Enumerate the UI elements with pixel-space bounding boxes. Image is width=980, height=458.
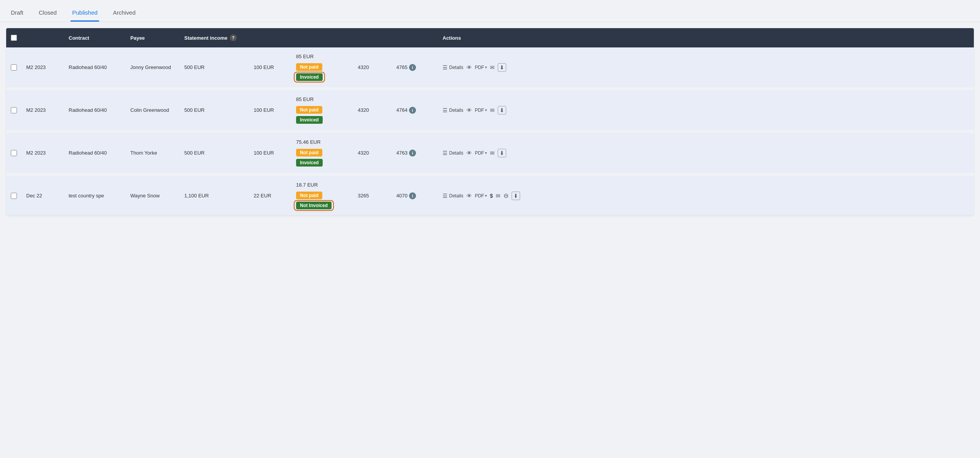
download-icon[interactable]: ⬇ [498, 63, 506, 72]
cell-gross-payee: 100 EUR [249, 144, 291, 162]
info-icon[interactable]: i [409, 64, 416, 71]
mail-icon[interactable]: ✉ [490, 107, 495, 113]
row-checkbox[interactable] [11, 107, 17, 113]
invoiced-badge: Invoiced [296, 73, 323, 81]
final-due-amount: 85 EUR [296, 54, 349, 59]
eye-icon[interactable]: 👁 [466, 150, 472, 156]
col-statement-id [392, 28, 438, 47]
download-icon[interactable]: ⬇ [498, 106, 506, 114]
details-button[interactable]: ☰ Details [443, 64, 463, 71]
table-row: M2 2023 Radiohead 60/40 Jonny Greenwood … [6, 47, 974, 90]
pdf-button[interactable]: PDF ▾ [475, 193, 487, 199]
invoiced-badge: Not Invoiced [296, 202, 332, 209]
cell-payee: Wayne Snow [126, 187, 180, 205]
cell-batch-id: 4320 [353, 101, 392, 119]
details-icon: ☰ [443, 107, 448, 113]
col-batch-id [353, 28, 392, 47]
pdf-button[interactable]: PDF ▾ [475, 65, 487, 70]
cell-gross-payee: 100 EUR [249, 58, 291, 76]
table-row: M2 2023 Radiohead 60/40 Colin Greenwood … [6, 90, 974, 133]
status2-wrapper: Invoiced [296, 160, 323, 165]
cell-actions: ☰ Details 👁 PDF ▾ $✉⊖⬇ [438, 185, 974, 206]
table-header: Contract Payee Statement income ? Action… [6, 28, 974, 47]
row-checkbox[interactable] [11, 193, 17, 199]
final-due-amount: 75.46 EUR [296, 139, 349, 145]
row-checkbox-cell[interactable] [6, 58, 22, 77]
cell-statement-income: 500 EUR [180, 101, 249, 119]
not-paid-badge: Not paid [296, 106, 322, 114]
eye-icon[interactable]: 👁 [466, 107, 472, 113]
row-checkbox-cell[interactable] [6, 144, 22, 162]
details-button[interactable]: ☰ Details [443, 107, 463, 113]
cell-final-due: 85 EUR Not paid Invoiced [291, 47, 353, 87]
col-period-ref [22, 28, 64, 47]
cell-gross-payee: 100 EUR [249, 101, 291, 119]
mail-icon[interactable]: ✉ [490, 150, 495, 156]
cell-contract: Radiohead 60/40 [64, 58, 126, 76]
invoiced-badge: Invoiced [296, 116, 323, 124]
cell-batch-id: 3265 [353, 187, 392, 205]
cell-statement-income: 1,100 EUR [180, 187, 249, 205]
not-paid-badge: Not paid [296, 149, 322, 157]
pdf-button[interactable]: PDF ▾ [475, 150, 487, 156]
cell-payee: Colin Greenwood [126, 101, 180, 119]
col-final-due [291, 28, 353, 47]
details-icon: ☰ [443, 150, 448, 156]
col-checkbox[interactable] [6, 28, 22, 47]
cell-period-ref: M2 2023 [22, 101, 64, 119]
download-icon[interactable]: ⬇ [498, 149, 506, 157]
cell-contract: Radiohead 60/40 [64, 144, 126, 162]
col-gross-payee [249, 28, 291, 47]
status2-wrapper: Not Invoiced [296, 202, 332, 209]
tab-draft[interactable]: Draft [9, 6, 25, 22]
cell-actions: ☰ Details 👁 PDF ▾ ✉⬇ [438, 57, 974, 78]
eye-icon[interactable]: 👁 [466, 193, 472, 199]
tab-published[interactable]: Published [71, 6, 99, 22]
pdf-dropdown-icon: ▾ [485, 108, 487, 112]
help-icon[interactable]: ? [230, 34, 237, 41]
cell-actions: ☰ Details 👁 PDF ▾ ✉⬇ [438, 100, 974, 121]
dollar-icon: $ [490, 193, 493, 199]
details-button[interactable]: ☰ Details [443, 150, 463, 156]
not-paid-badge: Not paid [296, 63, 322, 71]
cell-payee: Jonny Greenwood [126, 58, 180, 76]
cell-batch-id: 4320 [353, 144, 392, 162]
final-due-amount: 18.7 EUR [296, 182, 349, 188]
eye-icon[interactable]: 👁 [466, 64, 472, 71]
details-icon: ☰ [443, 64, 448, 71]
not-paid-badge: Not paid [296, 192, 322, 199]
download-icon[interactable]: ⬇ [512, 192, 520, 200]
row-checkbox-cell[interactable] [6, 187, 22, 205]
cell-statement-id: 4764 i [392, 101, 438, 120]
tab-bar: Draft Closed Published Archived [0, 0, 980, 22]
col-statement-income: Statement income ? [180, 28, 249, 47]
info-icon[interactable]: i [409, 107, 416, 114]
dollar-button[interactable]: $ [490, 193, 493, 199]
tab-archived[interactable]: Archived [111, 6, 137, 22]
details-button[interactable]: ☰ Details [443, 193, 463, 199]
details-icon: ☰ [443, 193, 448, 199]
mail-icon[interactable]: ✉ [496, 193, 500, 199]
row-checkbox[interactable] [11, 150, 17, 156]
cell-contract: test country spe [64, 187, 126, 205]
row-checkbox-cell[interactable] [6, 101, 22, 120]
info-icon[interactable]: i [409, 150, 416, 157]
status2-wrapper: Invoiced [296, 73, 323, 81]
info-icon[interactable]: i [409, 192, 416, 199]
tab-closed[interactable]: Closed [37, 6, 59, 22]
pdf-button[interactable]: PDF ▾ [475, 108, 487, 113]
cell-final-due: 18.7 EUR Not paid Not Invoiced [291, 176, 353, 216]
cell-contract: Radiohead 60/40 [64, 101, 126, 119]
table-body: M2 2023 Radiohead 60/40 Jonny Greenwood … [6, 47, 974, 216]
row-checkbox[interactable] [11, 64, 17, 71]
invoiced-badge: Invoiced [296, 159, 323, 167]
table-row: Dec 22 test country spe Wayne Snow 1,100… [6, 176, 974, 216]
col-contract: Contract [64, 28, 126, 47]
cell-period-ref: M2 2023 [22, 58, 64, 76]
block-icon[interactable]: ⊖ [503, 192, 509, 199]
mail-icon[interactable]: ✉ [490, 64, 495, 71]
cell-statement-id: 4763 i [392, 143, 438, 163]
select-all-checkbox[interactable] [11, 35, 17, 41]
cell-batch-id: 4320 [353, 58, 392, 76]
pdf-dropdown-icon: ▾ [485, 65, 487, 69]
